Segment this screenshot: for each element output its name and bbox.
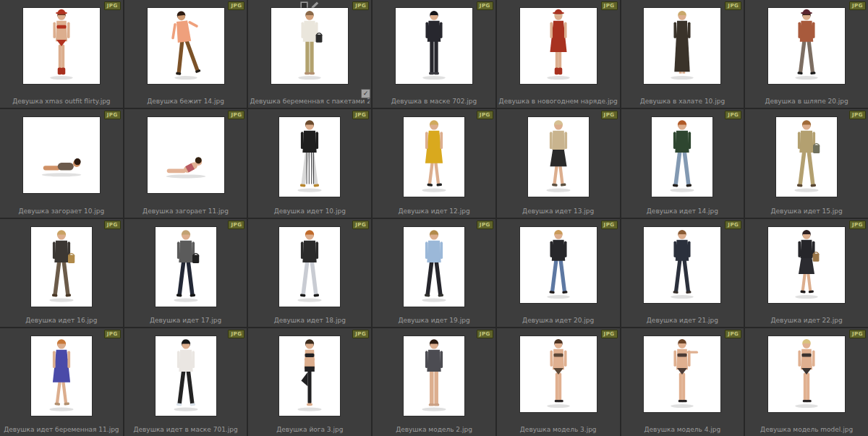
thumbnail[interactable] xyxy=(23,117,100,193)
person-figure xyxy=(148,8,224,84)
thumbnail[interactable] xyxy=(23,8,100,84)
thumbnail[interactable] xyxy=(31,336,92,416)
filetype-badge: JPG xyxy=(352,111,369,119)
thumbnail[interactable] xyxy=(768,336,845,412)
filename-label: Девушка модель 3.jpg xyxy=(498,426,618,433)
file-item[interactable]: JPGДевушка xmas outfit flirty.jpg xyxy=(0,0,123,108)
thumbnail[interactable] xyxy=(528,117,589,197)
person-figure xyxy=(652,117,712,197)
person-figure xyxy=(768,336,845,412)
thumbnail[interactable] xyxy=(520,8,597,84)
file-item[interactable]: JPG✓Девушка беременная с пакетами 20.jpg xyxy=(248,0,371,108)
file-item[interactable]: JPGДевушка бежит 14.jpg xyxy=(124,0,247,108)
file-item[interactable]: JPGДевушка идет 10.jpg xyxy=(248,109,371,217)
filename-label: Девушка беременная с пакетами 20.jpg xyxy=(250,98,370,105)
filename-label: Девушка модель 4.jpg xyxy=(623,426,743,433)
thumbnail[interactable] xyxy=(652,117,712,197)
file-item[interactable]: JPGДевушка в новогоднем наряде.jpg xyxy=(497,0,620,108)
filename-label: Девушка в халате 10.jpg xyxy=(623,98,743,105)
filetype-badge: JPG xyxy=(601,330,618,338)
thumbnail[interactable] xyxy=(520,227,597,303)
filetype-badge: JPG xyxy=(725,330,741,338)
person-figure xyxy=(279,117,340,197)
thumbnail[interactable] xyxy=(271,8,348,84)
person-figure xyxy=(31,336,92,416)
file-item[interactable]: JPGДевушка загорает 11.jpg xyxy=(124,109,247,217)
thumbnail[interactable] xyxy=(156,227,216,307)
person-figure xyxy=(23,117,100,193)
thumbnail[interactable] xyxy=(520,336,597,412)
filename-label: Девушка идет 15.jpg xyxy=(746,208,867,215)
file-item[interactable]: JPGДевушка загорает 10.jpg xyxy=(0,109,123,217)
person-figure xyxy=(156,336,216,416)
file-item[interactable]: JPGДевушка модель 3.jpg xyxy=(497,328,620,436)
file-item[interactable]: JPGДевушка идет 22.jpg xyxy=(745,219,868,327)
thumbnail-grid: JPGДевушка xmas outfit flirty.jpgJPGДеву… xyxy=(0,0,868,436)
person-figure xyxy=(279,336,340,416)
thumbnail[interactable] xyxy=(279,227,340,307)
file-item[interactable]: JPGДевушка идет беременная 11.jpg xyxy=(0,328,123,436)
filetype-badge: JPG xyxy=(228,1,244,10)
filename-label: Девушка идет 16.jpg xyxy=(1,317,122,324)
person-figure xyxy=(768,227,845,303)
file-item[interactable]: JPGДевушка идет 13.jpg xyxy=(497,109,620,217)
thumbnail[interactable] xyxy=(31,227,92,307)
filetype-badge: JPG xyxy=(104,330,121,338)
person-figure xyxy=(404,336,464,416)
thumbnail[interactable] xyxy=(404,227,464,307)
file-item[interactable]: JPGДевушка йога 3.jpg xyxy=(248,328,371,436)
filename-label: Девушка идет 12.jpg xyxy=(374,208,494,215)
thumbnail[interactable] xyxy=(148,117,224,193)
thumbnail[interactable] xyxy=(404,117,464,197)
thumbnail[interactable] xyxy=(279,336,340,416)
thumbnail[interactable] xyxy=(776,117,837,197)
filetype-badge: JPG xyxy=(601,111,618,119)
filetype-badge: JPG xyxy=(725,221,741,229)
file-item[interactable]: JPGДевушка идет 17.jpg xyxy=(124,219,247,327)
filetype-badge: JPG xyxy=(601,1,618,10)
file-item[interactable]: JPGДевушка модель model.jpg xyxy=(745,328,868,436)
thumbnail[interactable] xyxy=(148,8,224,84)
filetype-badge: JPG xyxy=(849,111,866,119)
person-figure xyxy=(279,227,340,307)
filename-label: Девушка идет в маске 701.jpg xyxy=(126,426,246,433)
filename-label: Девушка идет 13.jpg xyxy=(498,208,618,215)
thumbnail[interactable] xyxy=(404,336,464,416)
file-item[interactable]: JPGДевушка в халате 10.jpg xyxy=(621,0,744,108)
thumbnail[interactable] xyxy=(396,8,472,84)
filename-label: Девушка бежит 14.jpg xyxy=(126,98,246,105)
filetype-badge: JPG xyxy=(228,330,244,338)
person-figure xyxy=(768,8,845,84)
person-figure xyxy=(644,336,720,412)
person-figure xyxy=(396,8,472,84)
file-item[interactable]: JPGДевушка идет 20.jpg xyxy=(497,219,620,327)
person-figure xyxy=(644,8,720,84)
filename-label: Девушка идет 10.jpg xyxy=(250,208,370,215)
filetype-badge: JPG xyxy=(104,111,121,119)
person-figure xyxy=(31,227,92,307)
filetype-badge: JPG xyxy=(104,221,121,229)
file-item[interactable]: JPGДевушка идет 16.jpg xyxy=(0,219,123,327)
file-item[interactable]: JPGДевушка модель 2.jpg xyxy=(373,328,495,436)
person-figure xyxy=(520,336,597,412)
file-item[interactable]: JPGДевушка идет 15.jpg xyxy=(745,109,868,217)
file-item[interactable]: JPGДевушка идет 12.jpg xyxy=(373,109,495,217)
file-item[interactable]: JPGДевушка идет в маске 701.jpg xyxy=(124,328,247,436)
thumbnail[interactable] xyxy=(156,336,216,416)
thumbnail[interactable] xyxy=(279,117,340,197)
person-figure xyxy=(148,117,224,193)
thumbnail[interactable] xyxy=(644,8,720,84)
file-item[interactable]: JPGДевушка в шляпе 20.jpg xyxy=(745,0,868,108)
file-item[interactable]: JPGДевушка модель 4.jpg xyxy=(621,328,744,436)
thumbnail[interactable] xyxy=(768,227,845,303)
file-item[interactable]: JPGДевушка идет 19.jpg xyxy=(373,219,495,327)
person-figure xyxy=(271,8,348,84)
file-item[interactable]: JPGДевушка идет 21.jpg xyxy=(621,219,744,327)
file-item[interactable]: JPGДевушка идет 14.jpg xyxy=(621,109,744,217)
person-figure xyxy=(404,227,464,307)
thumbnail[interactable] xyxy=(644,227,720,303)
file-item[interactable]: JPGДевушка идет 18.jpg xyxy=(248,219,371,327)
file-item[interactable]: JPGДевушка в маске 702.jpg xyxy=(373,0,495,108)
thumbnail[interactable] xyxy=(768,8,845,84)
thumbnail[interactable] xyxy=(644,336,720,412)
